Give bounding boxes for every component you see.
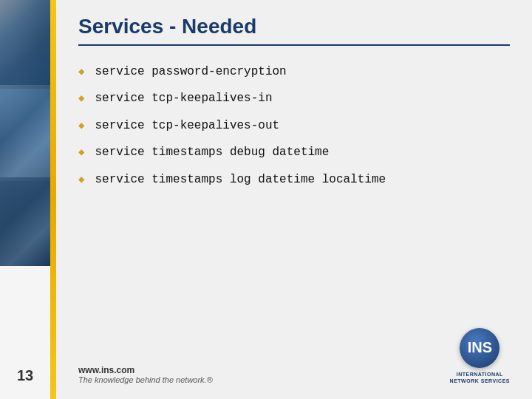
bullet-text-4: service timestamps log datetime localtim…	[95, 171, 386, 188]
footer: www.ins.com The knowledge behind the net…	[78, 321, 510, 384]
footer-url: www.ins.com	[78, 365, 213, 375]
bullet-diamond-3: ◆	[78, 146, 84, 160]
bullet-diamond-1: ◆	[78, 92, 84, 106]
bullet-diamond-0: ◆	[78, 65, 84, 80]
slide-title: Services - Needed	[78, 15, 510, 46]
page-number: 13	[17, 367, 33, 384]
bullet-text-1: service tcp-keepalives-in	[95, 90, 272, 106]
bullet-item: ◆ service timestamps log datetime localt…	[78, 171, 510, 188]
bullet-item: ◆ service timestamps debug datetime	[78, 144, 510, 160]
gold-stripe	[50, 0, 56, 399]
sidebar: 13	[0, 0, 50, 399]
bullet-diamond-2: ◆	[78, 119, 84, 134]
footer-left: www.ins.com The knowledge behind the net…	[78, 365, 213, 384]
bullet-item: ◆ service tcp-keepalives-out	[78, 117, 510, 134]
ins-logo-circle: INS	[460, 328, 499, 368]
bullet-text-0: service password-encryption	[95, 64, 286, 80]
bullet-text-3: service timestamps debug datetime	[95, 144, 329, 160]
bullet-text-2: service tcp-keepalives-out	[95, 117, 279, 134]
ins-logo-label: INTERNATIONAL NETWORK SERVICES	[450, 371, 510, 384]
sidebar-photo-3	[0, 177, 50, 266]
bullet-diamond-4: ◆	[78, 173, 84, 188]
ins-logo-text: INS	[468, 339, 492, 356]
sidebar-photos	[0, 0, 50, 266]
bullet-list: ◆ service password-encryption ◆ service …	[78, 64, 510, 321]
ins-logo: INS INTERNATIONAL NETWORK SERVICES	[450, 328, 510, 384]
bullet-item: ◆ service password-encryption	[78, 64, 510, 80]
sidebar-bottom: 13	[0, 266, 50, 399]
main-content: Services - Needed ◆ service password-enc…	[56, 0, 532, 399]
sidebar-photo-2	[0, 85, 50, 181]
bullet-item: ◆ service tcp-keepalives-in	[78, 90, 510, 106]
footer-tagline: The knowledge behind the network.®	[78, 375, 213, 384]
sidebar-photo-1	[0, 0, 50, 89]
